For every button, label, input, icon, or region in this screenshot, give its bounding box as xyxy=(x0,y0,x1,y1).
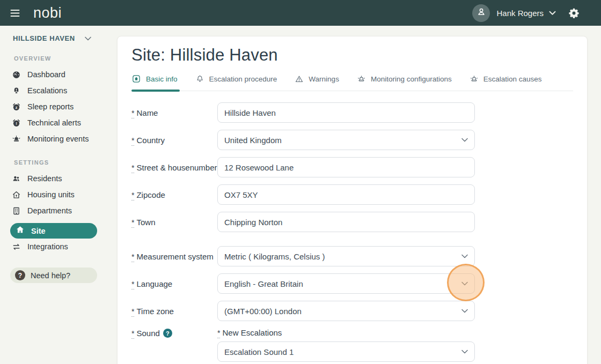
form-row-town: *Town xyxy=(131,212,573,232)
country-label: *Country xyxy=(131,136,217,145)
tab-label: Escalation procedure xyxy=(209,75,277,83)
street-label: *Street & housenumber xyxy=(131,163,217,172)
language-select[interactable]: English - Great Britain xyxy=(217,273,475,294)
need-help-label: Need help? xyxy=(31,271,70,280)
form-row-timezone: *Time zone (GMT+00:00) London xyxy=(131,301,573,321)
tab-label: Escalation causes xyxy=(483,75,542,83)
topbar: nobi Hank Rogers xyxy=(0,0,601,26)
escalation-beacon-icon xyxy=(12,86,21,95)
departments-building-icon xyxy=(12,206,21,216)
user-avatar-icon xyxy=(476,6,487,19)
tab-escalation-causes[interactable]: Escalation causes xyxy=(470,74,542,91)
user-name[interactable]: Hank Rogers xyxy=(496,9,544,18)
form-row-street: *Street & housenumber xyxy=(131,157,573,177)
country-select[interactable]: United Kingdom xyxy=(217,130,475,150)
form-row-zipcode: *Zipcode xyxy=(131,184,573,205)
timezone-label: *Time zone xyxy=(131,307,217,316)
tab-escalation-procedure[interactable]: Escalation procedure xyxy=(195,74,277,91)
sidebar-item-monitoring-events[interactable]: Monitoring events xyxy=(0,131,117,147)
dashboard-gauge-icon xyxy=(12,70,21,79)
user-avatar[interactable] xyxy=(472,4,490,22)
site-settings-card: Site: Hillside Haven Basic info Escalati… xyxy=(117,36,588,364)
timezone-select[interactable]: (GMT+00:00) London xyxy=(217,301,475,321)
svg-text:z: z xyxy=(16,105,18,109)
sidebar-item-dashboard[interactable]: Dashboard xyxy=(0,66,117,83)
sidebar-item-label: Departments xyxy=(27,206,72,215)
technical-alert-clock-icon: ! xyxy=(12,118,21,128)
sidebar-item-label: Dashboard xyxy=(27,70,65,79)
new-escalations-label: *New Escalations xyxy=(217,328,475,337)
sidebar-item-label: Site xyxy=(31,227,46,235)
sidebar-item-housing-units[interactable]: Housing units xyxy=(0,187,117,203)
chevron-down-icon xyxy=(461,309,468,313)
sidebar-item-label: Housing units xyxy=(27,190,75,199)
basic-info-badge-icon xyxy=(131,74,141,84)
zipcode-input[interactable] xyxy=(217,184,475,205)
escalation-sound-select[interactable]: Escalation Sound 1 xyxy=(217,341,475,362)
sidebar: HILLSIDE HAVEN OVERVIEW Dashboard Escala… xyxy=(0,26,117,364)
sidebar-item-technical-alerts[interactable]: ! Technical alerts xyxy=(0,115,117,131)
sidebar-item-site[interactable]: Site xyxy=(10,223,97,239)
sidebar-item-integrations[interactable]: Integrations xyxy=(0,239,117,255)
sidebar-item-label: Integrations xyxy=(27,242,68,251)
chevron-down-icon xyxy=(461,138,468,142)
warning-triangle-icon xyxy=(295,75,304,84)
form-row-name: *Name xyxy=(131,102,573,123)
hamburger-menu-icon[interactable] xyxy=(10,9,20,17)
sidebar-item-label: Escalations xyxy=(27,86,67,95)
siren-icon xyxy=(470,75,479,84)
language-select-value: English - Great Britain xyxy=(224,279,303,288)
gear-icon[interactable] xyxy=(568,8,580,19)
sidebar-item-label: Monitoring events xyxy=(27,135,89,143)
name-input[interactable] xyxy=(217,102,475,123)
sidebar-item-label: Technical alerts xyxy=(27,118,81,127)
bell-icon xyxy=(195,75,204,84)
integrations-arrows-icon xyxy=(12,242,21,251)
nobi-logo[interactable]: nobi xyxy=(33,5,62,21)
sidebar-item-residents[interactable]: Residents xyxy=(0,170,117,187)
site-selector-label: HILLSIDE HAVEN xyxy=(13,34,75,42)
chevron-down-icon xyxy=(85,33,91,43)
country-select-value: United Kingdom xyxy=(224,136,282,145)
town-label: *Town xyxy=(131,218,217,227)
tab-warnings[interactable]: Warnings xyxy=(295,74,339,91)
sound-label: *Sound xyxy=(131,329,160,338)
sidebar-item-escalations[interactable]: Escalations xyxy=(0,83,117,99)
siren-icon xyxy=(357,75,366,84)
user-menu-chevron-down-icon[interactable] xyxy=(549,11,556,16)
section-title-settings: SETTINGS xyxy=(14,159,117,166)
sidebar-item-label: Residents xyxy=(27,174,62,183)
site-selector-dropdown[interactable]: HILLSIDE HAVEN xyxy=(13,33,91,43)
residents-people-icon xyxy=(12,174,21,183)
sidebar-item-departments[interactable]: Departments xyxy=(0,203,117,219)
town-input[interactable] xyxy=(217,212,475,232)
monitoring-siren-icon xyxy=(12,135,21,144)
sleep-alarm-clock-icon: z xyxy=(12,102,21,112)
form-row-sound: *Sound ? *New Escalations Escalation Sou… xyxy=(131,328,573,364)
language-label: *Language xyxy=(131,279,217,288)
street-input[interactable] xyxy=(217,157,475,177)
escalation-sound-select-value: Escalation Sound 1 xyxy=(224,347,294,356)
measurement-system-select[interactable]: Metric ( Kilograms, Celsius ) xyxy=(217,246,475,266)
basic-info-form: *Name *Country United Kingdom *Street & … xyxy=(131,102,573,364)
measurement-system-select-value: Metric ( Kilograms, Celsius ) xyxy=(224,252,325,261)
sidebar-item-label: Sleep reports xyxy=(27,102,74,111)
tab-label: Warnings xyxy=(309,75,339,83)
tab-label: Basic info xyxy=(146,75,178,83)
question-mark-icon: ? xyxy=(15,270,25,280)
timezone-select-value: (GMT+00:00) London xyxy=(224,307,302,316)
chevron-down-icon xyxy=(461,281,468,286)
sidebar-item-sleep-reports[interactable]: z Sleep reports xyxy=(0,99,117,115)
measurement-system-label: *Measurement system xyxy=(131,252,217,261)
svg-text:!: ! xyxy=(16,121,17,125)
tab-basic-info[interactable]: Basic info xyxy=(131,74,178,91)
tab-monitoring-configurations[interactable]: Monitoring configurations xyxy=(357,74,452,91)
tab-bar: Basic info Escalation procedure Warnings… xyxy=(131,74,573,91)
page-title: Site: Hillside Haven xyxy=(131,46,573,65)
form-row-country: *Country United Kingdom xyxy=(131,130,573,150)
section-title-overview: OVERVIEW xyxy=(14,55,117,62)
form-row-language: *Language English - Great Britain xyxy=(131,273,573,294)
sound-help-icon[interactable]: ? xyxy=(163,329,172,338)
form-row-measurement-system: *Measurement system Metric ( Kilograms, … xyxy=(131,246,573,266)
need-help-button[interactable]: ? Need help? xyxy=(10,268,97,283)
